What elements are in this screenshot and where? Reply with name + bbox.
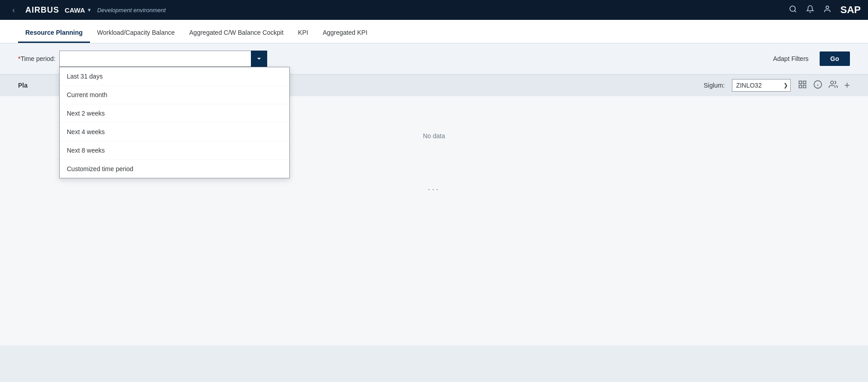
svg-line-1 xyxy=(794,10,796,12)
tab-workload-capacity[interactable]: Workload/Capacity Balance xyxy=(90,23,182,43)
people-icon[interactable] xyxy=(829,80,838,91)
siglum-select-wrapper: ZINLO32 ❯ xyxy=(732,79,791,92)
tab-aggregated-cw[interactable]: Aggregated C/W Balance Cockpit xyxy=(182,23,291,43)
tab-kpi[interactable]: KPI xyxy=(291,23,316,43)
grid-view-icon[interactable] xyxy=(798,80,807,91)
info-icon[interactable] xyxy=(813,80,822,91)
dropdown-option-last-31-days[interactable]: Last 31 days xyxy=(60,67,289,86)
svg-rect-4 xyxy=(803,81,806,84)
svg-point-10 xyxy=(830,81,834,84)
siglum-select[interactable]: ZINLO32 xyxy=(732,79,791,92)
tab-resource-planning[interactable]: Resource Planning xyxy=(18,23,90,43)
time-period-dropdown-button[interactable] xyxy=(251,51,267,67)
go-button[interactable]: Go xyxy=(820,51,850,66)
airbus-logo: AIRBUS xyxy=(25,5,59,15)
top-navigation: ‹ AIRBUS CAWA ▼ Development environment … xyxy=(0,0,868,20)
tab-bar: Resource Planning Workload/Capacity Bala… xyxy=(0,20,868,43)
time-period-dropdown-wrapper: Last 31 days Current month Next 2 weeks … xyxy=(59,51,267,67)
app-name-text: CAWA xyxy=(65,6,85,14)
tab-aggregated-kpi[interactable]: Aggregated KPI xyxy=(316,23,375,43)
sub-header-right: Siglum: ZINLO32 ❯ xyxy=(703,79,850,92)
action-icons: + xyxy=(798,79,850,91)
add-icon[interactable]: + xyxy=(844,79,850,91)
svg-rect-5 xyxy=(799,85,802,88)
dropdown-option-next-2-weeks[interactable]: Next 2 weeks xyxy=(60,104,289,123)
back-button[interactable]: ‹ xyxy=(7,4,20,16)
app-name-caret[interactable]: ▼ xyxy=(87,7,92,13)
bottom-dots: ··· xyxy=(0,176,868,203)
svg-point-0 xyxy=(790,6,795,11)
adapt-filters-button[interactable]: Adapt Filters xyxy=(768,52,814,65)
time-period-input[interactable] xyxy=(59,51,267,67)
user-icon[interactable] xyxy=(823,5,831,15)
siglum-label: Siglum: xyxy=(703,82,725,89)
bell-icon[interactable] xyxy=(806,5,814,15)
app-name: CAWA ▼ xyxy=(65,6,92,14)
sap-logo: SAP xyxy=(840,4,861,16)
svg-point-2 xyxy=(826,6,829,9)
dropdown-option-next-8-weeks[interactable]: Next 8 weeks xyxy=(60,141,289,160)
dev-environment-label: Development environment xyxy=(97,7,166,14)
time-period-label: *Time period: xyxy=(18,55,56,62)
dropdown-option-next-4-weeks[interactable]: Next 4 weeks xyxy=(60,123,289,141)
svg-rect-3 xyxy=(799,81,802,84)
dropdown-option-current-month[interactable]: Current month xyxy=(60,86,289,104)
svg-rect-6 xyxy=(803,85,806,88)
no-data-text: No data xyxy=(423,132,445,140)
filter-bar: *Time period: Last 31 days Current month… xyxy=(0,43,868,75)
search-icon[interactable] xyxy=(789,5,797,15)
time-period-dropdown-list: Last 31 days Current month Next 2 weeks … xyxy=(59,67,290,178)
plan-label: Pla xyxy=(18,82,28,89)
dropdown-option-customized[interactable]: Customized time period xyxy=(60,160,289,178)
